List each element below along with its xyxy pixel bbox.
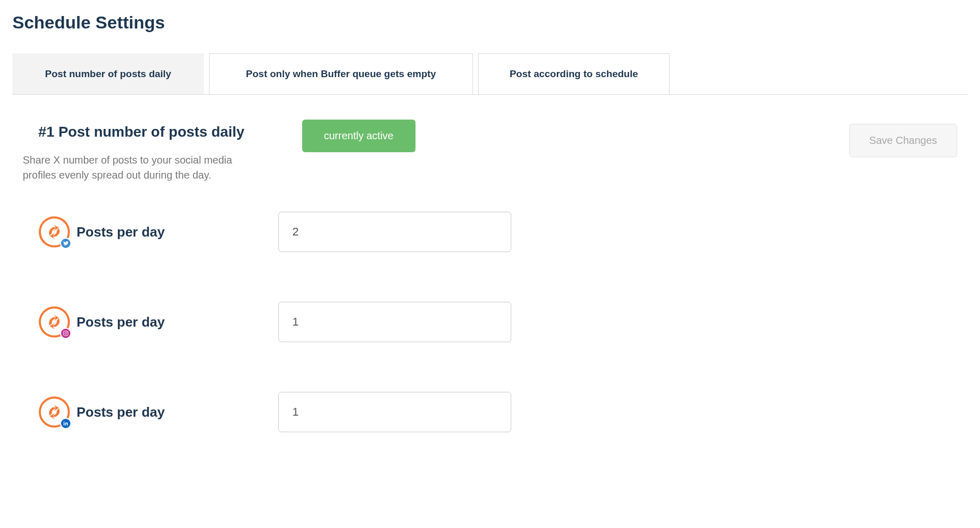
svg-rect-2 — [64, 331, 68, 336]
instagram-icon — [60, 328, 71, 339]
profile-row-instagram: Posts per day — [38, 302, 957, 342]
profile-avatar — [38, 216, 70, 248]
twitter-icon — [60, 238, 71, 249]
page-title: Schedule Settings — [12, 12, 968, 33]
tab-posts-daily[interactable]: Post number of posts daily — [12, 53, 204, 94]
posts-per-day-input[interactable] — [278, 212, 511, 252]
posts-per-day-input[interactable] — [278, 302, 511, 342]
tabs: Post number of posts daily Post only whe… — [12, 53, 968, 95]
profile-avatar — [38, 396, 70, 428]
svg-point-3 — [65, 332, 67, 334]
posts-per-day-label: Posts per day — [77, 404, 278, 420]
posts-per-day-label: Posts per day — [77, 314, 278, 330]
profile-row-linkedin: Posts per day — [38, 392, 957, 432]
posts-per-day-list: Posts per day Posts per day Posts per da… — [23, 212, 957, 432]
linkedin-icon — [60, 418, 71, 429]
section-header: #1 Post number of posts daily Share X nu… — [23, 124, 957, 183]
save-changes-button[interactable]: Save Changes — [849, 124, 957, 157]
posts-per-day-label: Posts per day — [77, 224, 278, 240]
profile-avatar — [38, 306, 70, 338]
tab-buffer-empty[interactable]: Post only when Buffer queue gets empty — [209, 53, 473, 94]
tab-schedule[interactable]: Post according to schedule — [478, 53, 670, 94]
section-description: Share X number of posts to your social m… — [23, 153, 266, 183]
posts-per-day-input[interactable] — [278, 392, 511, 432]
status-badge: currently active — [302, 120, 415, 152]
section-title: #1 Post number of posts daily — [23, 124, 302, 140]
profile-row-twitter: Posts per day — [38, 212, 957, 252]
tab-content: #1 Post number of posts daily Share X nu… — [12, 95, 968, 432]
svg-point-4 — [67, 332, 67, 332]
